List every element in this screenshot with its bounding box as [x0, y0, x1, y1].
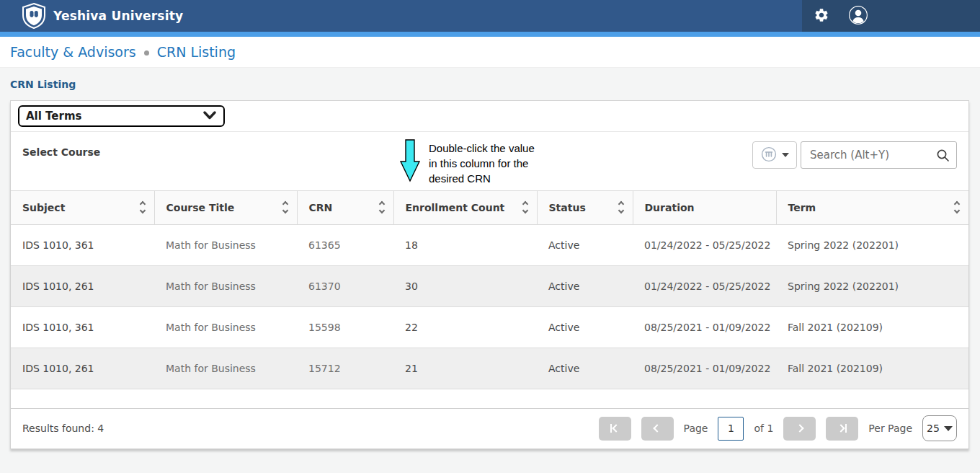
cell-subject[interactable]: IDS 1010, 361	[11, 306, 154, 348]
results-count: Results found: 4	[22, 423, 104, 434]
table-row[interactable]: IDS 1010, 261 Math for Business 15712 21…	[11, 348, 968, 389]
annotation-line: desired CRN	[429, 171, 535, 186]
table-footer: Results found: 4 Page of 1 Per Page 25	[11, 408, 968, 448]
select-course-toolbar: Select Course Double-click the value in …	[11, 132, 968, 191]
term-select-value: All Terms	[26, 110, 81, 123]
column-header-status[interactable]: Status	[537, 191, 633, 224]
breadcrumb-separator-icon	[144, 50, 149, 56]
cell-crn[interactable]: 61365	[297, 224, 393, 265]
cell-duration[interactable]: 01/24/2022 - 05/25/2022	[633, 265, 776, 306]
cell-course-title[interactable]: Math for Business	[154, 306, 297, 348]
sort-icon[interactable]	[141, 202, 145, 213]
app-header: Yeshiva University	[0, 0, 980, 32]
cell-duration[interactable]: 08/25/2021 - 01/09/2022	[633, 306, 776, 348]
caret-down-icon	[944, 426, 953, 431]
per-page-select[interactable]: 25	[922, 415, 957, 441]
header-tools	[802, 0, 980, 32]
cell-enrollment-count[interactable]: 21	[393, 348, 537, 389]
filter-button[interactable]	[752, 141, 797, 169]
sort-icon[interactable]	[619, 202, 623, 213]
cell-status[interactable]: Active	[537, 306, 633, 348]
chevron-down-icon	[203, 110, 216, 123]
column-label: Status	[549, 202, 586, 213]
prev-page-icon	[653, 424, 661, 432]
column-label: CRN	[309, 202, 333, 213]
cell-enrollment-count[interactable]: 22	[393, 306, 537, 348]
sort-icon[interactable]	[380, 202, 384, 213]
annotation-text: Double-click the value in this column fo…	[429, 139, 535, 186]
search-group	[752, 141, 957, 169]
select-course-title: Select Course	[22, 146, 100, 158]
last-page-button[interactable]	[826, 417, 858, 441]
sort-icon[interactable]	[955, 202, 959, 213]
cell-crn[interactable]: 15598	[297, 306, 393, 348]
last-page-icon	[837, 424, 845, 432]
cell-term[interactable]: Spring 2022 (202201)	[776, 224, 968, 265]
cell-status[interactable]: Active	[537, 265, 633, 306]
column-header-term[interactable]: Term	[776, 191, 968, 224]
cell-crn[interactable]: 15712	[297, 348, 393, 389]
cell-course-title[interactable]: Math for Business	[154, 348, 297, 389]
user-icon	[848, 5, 868, 27]
column-header-subject[interactable]: Subject	[11, 191, 154, 224]
cell-term[interactable]: Fall 2021 (202109)	[776, 306, 968, 348]
table-row[interactable]: IDS 1010, 261 Math for Business 61370 30…	[11, 265, 968, 306]
pagination: Page of 1 Per Page 25	[599, 415, 957, 441]
next-page-icon	[796, 424, 803, 432]
cell-course-title[interactable]: Math for Business	[154, 265, 297, 306]
page-of-label: of 1	[754, 423, 773, 434]
next-page-button[interactable]	[783, 417, 816, 441]
caret-down-icon	[782, 153, 789, 157]
search-input[interactable]	[801, 141, 957, 169]
cell-course-title[interactable]: Math for Business	[154, 224, 297, 265]
term-select[interactable]: All Terms	[18, 105, 225, 127]
breadcrumb: Faculty & Advisors CRN Listing	[0, 37, 980, 68]
sort-icon[interactable]	[523, 202, 527, 213]
table-row[interactable]: IDS 1010, 361 Math for Business 61365 18…	[11, 224, 968, 265]
column-label: Enrollment Count	[406, 202, 505, 213]
table-row[interactable]: IDS 1010, 361 Math for Business 15598 22…	[11, 306, 968, 348]
column-header-duration[interactable]: Duration	[633, 191, 776, 224]
column-label: Term	[788, 202, 816, 213]
column-label: Course Title	[166, 202, 235, 213]
cell-crn[interactable]: 61370	[297, 265, 393, 306]
column-header-enrollment-count[interactable]: Enrollment Count	[393, 191, 537, 224]
per-page-value: 25	[927, 423, 940, 434]
cell-subject[interactable]: IDS 1010, 361	[11, 224, 154, 265]
page-input[interactable]	[718, 417, 744, 441]
crn-listing-panel: All Terms Select Course Double-click the…	[10, 100, 969, 449]
sort-icon[interactable]	[283, 202, 288, 213]
column-header-crn[interactable]: CRN	[297, 191, 393, 224]
cell-enrollment-count[interactable]: 18	[393, 224, 537, 265]
annotation-line: Double-click the value	[429, 141, 535, 156]
cell-status[interactable]: Active	[537, 224, 633, 265]
cell-enrollment-count[interactable]: 30	[393, 265, 537, 306]
column-label: Subject	[22, 202, 65, 213]
cell-status[interactable]: Active	[537, 348, 633, 389]
cell-subject[interactable]: IDS 1010, 261	[11, 348, 154, 389]
table-header-row: Subject Course Title CRN Enrollment Coun…	[11, 191, 968, 224]
accent-stripe	[0, 32, 980, 37]
search-box	[801, 141, 957, 169]
term-filter-row: All Terms	[11, 101, 968, 132]
profile-button[interactable]	[848, 5, 868, 27]
column-header-course-title[interactable]: Course Title	[154, 191, 297, 224]
cell-subject[interactable]: IDS 1010, 261	[11, 265, 154, 306]
crn-table: Subject Course Title CRN Enrollment Coun…	[11, 191, 968, 389]
breadcrumb-crn-listing[interactable]: CRN Listing	[157, 44, 236, 60]
brand-name: Yeshiva University	[53, 9, 183, 23]
filter-icon	[761, 146, 777, 164]
annotation: Double-click the value in this column fo…	[400, 139, 535, 186]
prev-page-button[interactable]	[641, 417, 674, 441]
first-page-button[interactable]	[599, 417, 631, 441]
annotation-line: in this column for the	[429, 156, 535, 171]
cell-duration[interactable]: 01/24/2022 - 05/25/2022	[633, 224, 776, 265]
cell-duration[interactable]: 08/25/2021 - 01/09/2022	[633, 348, 776, 389]
breadcrumb-faculty-advisors[interactable]: Faculty & Advisors	[10, 44, 136, 60]
settings-button[interactable]	[814, 7, 829, 25]
cell-term[interactable]: Fall 2021 (202109)	[776, 348, 968, 389]
column-label: Duration	[645, 202, 695, 213]
cell-term[interactable]: Spring 2022 (202201)	[776, 265, 968, 306]
brand: Yeshiva University	[0, 2, 183, 30]
annotation-arrow-icon	[400, 139, 420, 186]
